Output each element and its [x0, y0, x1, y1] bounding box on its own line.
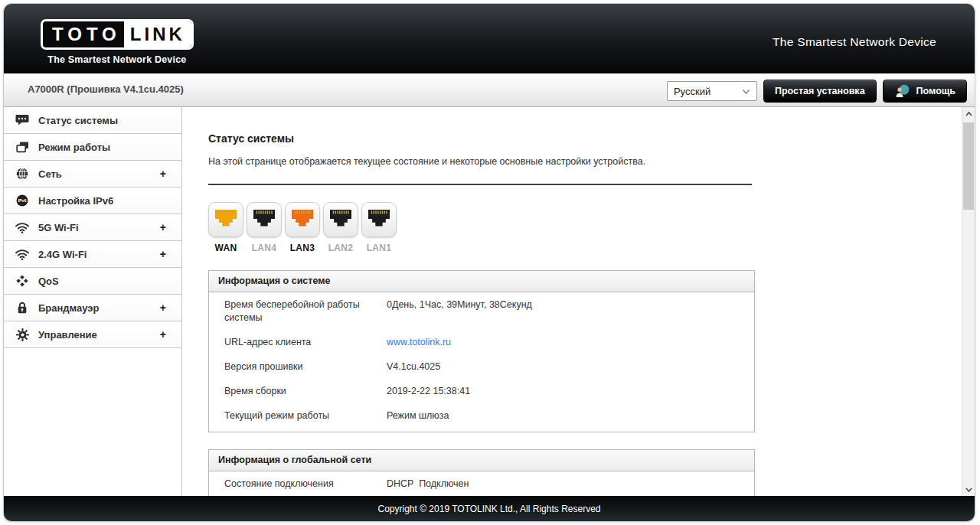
expand-plus-icon[interactable]: + [160, 168, 166, 180]
system-info-table: Информация о системе Время бесперебойной… [208, 270, 755, 432]
page-description: На этой странице отображается текущее со… [208, 156, 752, 167]
svg-text:IPv6: IPv6 [18, 198, 26, 203]
sidebar-item-firewall[interactable]: Брандмауэр + [4, 295, 181, 321]
logo-link-text: LINK [124, 21, 191, 47]
ethernet-port-icon [285, 202, 320, 237]
logo-toto-text: TOTO [43, 21, 124, 47]
sidebar-item-qos[interactable]: QoS [4, 268, 181, 295]
expand-plus-icon[interactable]: + [160, 221, 166, 233]
top-header: TOTO LINK The Smartest Network Device Th… [4, 4, 975, 73]
copyright-text: Copyright © 2019 TOTOLINK Ltd., All Righ… [378, 504, 601, 514]
ethernet-port-icon [323, 202, 358, 237]
easy-setup-button[interactable]: Простая установка [763, 80, 877, 103]
port-wan: WAN [208, 202, 243, 253]
scroll-down-button[interactable] [962, 483, 975, 496]
scroll-up-button[interactable] [962, 107, 975, 120]
sidebar-item-system-status[interactable]: Статус системы [4, 107, 181, 134]
ipv6-icon: IPv6 [15, 194, 30, 207]
device-model-label: A7000R (Прошивка V4.1cu.4025) [28, 83, 184, 95]
sidebar-item-network[interactable]: Сеть + [4, 161, 181, 188]
port-lan3: LAN3 [285, 202, 320, 253]
table-row: Текущий режим работы Режим шлюза [209, 403, 754, 428]
port-status-row: WAN LAN4 LAN3 [208, 202, 752, 253]
wan-info-table: Информация о глобальной сети Состояние п… [208, 449, 755, 496]
ethernet-port-icon [208, 202, 243, 237]
sidebar-item-24g-wifi[interactable]: 2.4G Wi-Fi + [4, 241, 181, 268]
wifi-icon [15, 248, 30, 260]
port-lan2: LAN2 [323, 202, 358, 253]
table-row: Версия прошивки V4.1cu.4025 [209, 354, 754, 379]
sidebar-menu: Статус системы Режим работы Сеть + IPv6 [4, 107, 182, 496]
vertical-scrollbar[interactable] [962, 107, 975, 496]
sub-header: A7000R (Прошивка V4.1cu.4025) Русский Пр… [4, 73, 975, 107]
header-tagline: The Smartest Network Device [773, 35, 936, 49]
expand-plus-icon[interactable]: + [160, 248, 166, 260]
windows-mode-icon [15, 141, 30, 153]
table-row: Время сборки 2019-2-22 15:38:41 [209, 379, 754, 403]
help-button[interactable]: Помощь [883, 80, 967, 103]
table-header: Информация о системе [209, 271, 754, 292]
client-url-link[interactable]: www.totolink.ru [387, 336, 754, 349]
port-lan4: LAN4 [247, 202, 282, 253]
sidebar-item-5g-wifi[interactable]: 5G Wi-Fi + [4, 214, 181, 241]
table-row: URL-адрес клиента www.totolink.ru [209, 330, 754, 354]
language-select[interactable]: Русский [667, 81, 757, 101]
chevron-down-icon [742, 86, 750, 97]
totolink-logo: TOTO LINK The Smartest Network Device [41, 19, 194, 65]
qos-diamonds-icon [15, 275, 30, 287]
table-row: Время бесперебойной работы системы 0День… [209, 292, 754, 330]
chat-status-icon [15, 114, 30, 126]
gear-icon [15, 328, 30, 341]
wifi-icon [15, 221, 30, 233]
ethernet-port-icon [361, 202, 397, 237]
logo-tagline: The Smartest Network Device [41, 54, 194, 65]
scrollbar-thumb[interactable] [963, 122, 974, 210]
sidebar-item-management[interactable]: Управление + [4, 321, 181, 348]
main-content: Статус системы На этой странице отобража… [182, 107, 962, 496]
expand-plus-icon[interactable]: + [160, 302, 166, 314]
sidebar-item-ipv6[interactable]: IPv6 Настройка IPv6 [4, 188, 181, 214]
table-header: Информация о глобальной сети [209, 450, 754, 471]
page-title: Статус системы [208, 132, 752, 145]
divider [208, 184, 752, 185]
ethernet-port-icon [247, 202, 282, 237]
sidebar-item-operation-mode[interactable]: Режим работы [4, 134, 181, 161]
lock-icon [15, 302, 30, 314]
help-person-globe-icon [894, 83, 910, 99]
table-row: Состояние подключения DHCP Подключен [209, 471, 754, 496]
globe-icon [15, 168, 30, 180]
router-admin-window: TOTO LINK The Smartest Network Device Th… [4, 4, 975, 521]
port-lan1: LAN1 [361, 202, 397, 253]
footer: Copyright © 2019 TOTOLINK Ltd., All Righ… [4, 496, 975, 521]
expand-plus-icon[interactable]: + [160, 328, 166, 341]
language-selected-value: Русский [674, 86, 710, 97]
